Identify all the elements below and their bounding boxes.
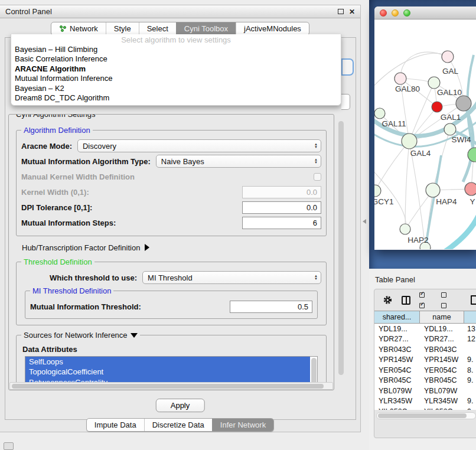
mi-threshold-field[interactable]: 0.5 bbox=[230, 301, 312, 313]
column-header[interactable] bbox=[464, 311, 476, 323]
attribute-item[interactable]: SelfLoops bbox=[25, 357, 310, 367]
minimize-traffic-light-icon[interactable] bbox=[392, 9, 399, 17]
settings-horizontal-scrollbar[interactable] bbox=[9, 382, 333, 390]
table-row[interactable]: YPR145W YPR145W 9. bbox=[374, 355, 476, 366]
network-node[interactable] bbox=[442, 51, 454, 63]
table-row[interactable]: YER054C YER054C 8. bbox=[374, 365, 476, 376]
network-window-titlebar[interactable] bbox=[374, 6, 476, 19]
cell[interactable]: YIL052C bbox=[374, 407, 420, 410]
columns-icon[interactable] bbox=[402, 296, 410, 305]
network-node[interactable] bbox=[456, 96, 471, 111]
network-node[interactable] bbox=[428, 77, 440, 89]
network-node[interactable] bbox=[432, 102, 442, 112]
cell[interactable]: YDR27... bbox=[420, 335, 464, 343]
cell[interactable]: YBR045C bbox=[374, 376, 420, 384]
cell[interactable]: YLR345W bbox=[374, 397, 420, 405]
column-header[interactable]: name bbox=[420, 311, 464, 323]
cell[interactable]: 9. bbox=[464, 376, 476, 384]
cell[interactable]: 9. bbox=[464, 356, 476, 364]
apply-button[interactable]: Apply bbox=[156, 399, 205, 412]
cell[interactable]: 9. bbox=[464, 407, 476, 410]
network-node[interactable] bbox=[374, 108, 385, 119]
spinner-arrows-icon: ▲▼ bbox=[314, 158, 321, 164]
cell[interactable]: 8. bbox=[464, 366, 476, 374]
tab-infer-network[interactable]: Infer Network bbox=[212, 419, 273, 431]
network-node[interactable] bbox=[400, 224, 410, 234]
cell[interactable]: 13 bbox=[464, 325, 476, 333]
cell[interactable]: YDL19... bbox=[420, 325, 464, 333]
table-row[interactable]: YDR27... YDR27... 12 bbox=[374, 334, 476, 345]
table-horizontal-scrollbar[interactable] bbox=[376, 412, 476, 419]
sources-expander[interactable]: Sources for Network Inference bbox=[21, 331, 140, 340]
algorithm-option[interactable]: Basic Correlation Inference bbox=[11, 54, 341, 64]
manual-kernel-checkbox[interactable] bbox=[314, 173, 321, 181]
cell[interactable]: 12 bbox=[464, 335, 476, 343]
mi-algorithm-type-select[interactable]: Naive Bayes ▲▼ bbox=[156, 155, 321, 168]
network-node[interactable] bbox=[402, 133, 417, 149]
tab-select[interactable]: Select bbox=[139, 22, 176, 35]
control-panel-tab-bar: Network Style Select Cyni Toolbox jActiv… bbox=[0, 22, 360, 35]
mi-steps-field[interactable]: 6 bbox=[242, 217, 321, 229]
cell[interactable]: YBL079W bbox=[374, 387, 420, 395]
column-header[interactable]: shared... bbox=[374, 311, 420, 323]
cell[interactable]: YBR043C bbox=[374, 345, 420, 354]
dpi-tolerance-field[interactable]: 0.0 bbox=[242, 201, 321, 214]
algorithm-option[interactable]: Mutual Information Inference bbox=[11, 74, 341, 83]
algorithm-option[interactable]: Bayesian – K2 bbox=[11, 84, 341, 93]
table-row[interactable]: YBR045C YBR045C 9. bbox=[374, 376, 476, 386]
aracne-mode-select[interactable]: Discovery ▲▼ bbox=[77, 139, 321, 152]
gear-icon[interactable] bbox=[383, 295, 393, 305]
hub-definition-expander[interactable]: Hub/Transcription Factor Definition bbox=[22, 242, 328, 253]
algorithm-option-selected[interactable]: ARACNE Algorithm bbox=[11, 64, 341, 74]
cell[interactable]: YLR345W bbox=[420, 397, 464, 405]
algorithm-option[interactable]: Bayesian – Hill Climbing bbox=[11, 45, 341, 54]
table-row[interactable]: YLR345W YLR345W 9. bbox=[374, 396, 476, 407]
deselect-all-columns-icon[interactable] bbox=[441, 289, 454, 311]
select-all-columns-icon[interactable] bbox=[419, 289, 432, 311]
network-canvas[interactable]: GAL GAL80 GAL10 GAL1 SWI4 GAL11 GAL4 GCY… bbox=[374, 19, 476, 249]
tab-cyni-toolbox[interactable]: Cyni Toolbox bbox=[176, 22, 236, 35]
cell[interactable]: YDR27... bbox=[374, 335, 420, 343]
network-view-window[interactable]: GAL GAL80 GAL10 GAL1 SWI4 GAL11 GAL4 GCY… bbox=[374, 6, 476, 250]
cell[interactable]: 9. bbox=[464, 397, 476, 405]
tab-network[interactable]: Network bbox=[51, 22, 106, 35]
close-icon[interactable]: ✕ bbox=[349, 9, 355, 15]
table-row[interactable]: YDL19... YDL19... 13 bbox=[374, 324, 476, 334]
tab-impute-data[interactable]: Impute Data bbox=[87, 419, 144, 431]
table-row[interactable]: YIL052C YIL052C 9. bbox=[374, 406, 476, 410]
splitpane-handle-icon[interactable] bbox=[363, 219, 366, 224]
cell[interactable]: YPR145W bbox=[374, 356, 420, 364]
table-row[interactable]: YBR043C YBR043C bbox=[374, 344, 476, 355]
dpi-tolerance-label: DPI Tolerance [0,1]: bbox=[21, 203, 92, 212]
cell[interactable]: YPR145W bbox=[420, 356, 464, 364]
algorithm-option[interactable]: Dream8 DC_TDC Algorithm bbox=[11, 93, 341, 103]
which-threshold-select[interactable]: MI Threshold ▲▼ bbox=[142, 271, 321, 284]
attribute-item[interactable]: TopologicalCoefficient bbox=[25, 367, 310, 377]
network-node[interactable] bbox=[426, 183, 440, 197]
cell[interactable]: YDL19... bbox=[374, 325, 420, 333]
tab-jactivemnodules[interactable]: jActiveMNodules bbox=[236, 22, 309, 35]
close-traffic-light-icon[interactable] bbox=[380, 9, 387, 17]
settings-vertical-scrollbar[interactable] bbox=[337, 118, 345, 384]
node-label: GAL4 bbox=[410, 149, 431, 158]
tab-label: Infer Network bbox=[220, 420, 266, 429]
tab-discretize-data[interactable]: Discretize Data bbox=[144, 419, 212, 431]
network-node[interactable] bbox=[395, 73, 406, 84]
table-row[interactable]: YBL079W YBL079W bbox=[374, 386, 476, 396]
corner-button[interactable] bbox=[4, 442, 14, 450]
export-table-icon[interactable] bbox=[471, 295, 476, 305]
network-node[interactable] bbox=[374, 185, 381, 197]
cell[interactable]: YER054C bbox=[374, 366, 420, 374]
cell[interactable]: YBR043C bbox=[420, 345, 464, 354]
cell[interactable]: YBR045C bbox=[420, 376, 464, 384]
cell[interactable]: YER054C bbox=[420, 366, 464, 374]
network-node[interactable] bbox=[444, 123, 456, 135]
cell[interactable]: YIL052C bbox=[420, 407, 464, 410]
network-node[interactable] bbox=[465, 182, 476, 195]
tab-style[interactable]: Style bbox=[106, 22, 139, 35]
cell[interactable]: YBL079W bbox=[420, 387, 464, 395]
zoom-traffic-light-icon[interactable] bbox=[403, 9, 410, 17]
node-label: GCY1 bbox=[374, 197, 393, 206]
float-window-icon[interactable] bbox=[338, 9, 344, 14]
network-node[interactable] bbox=[468, 148, 476, 162]
